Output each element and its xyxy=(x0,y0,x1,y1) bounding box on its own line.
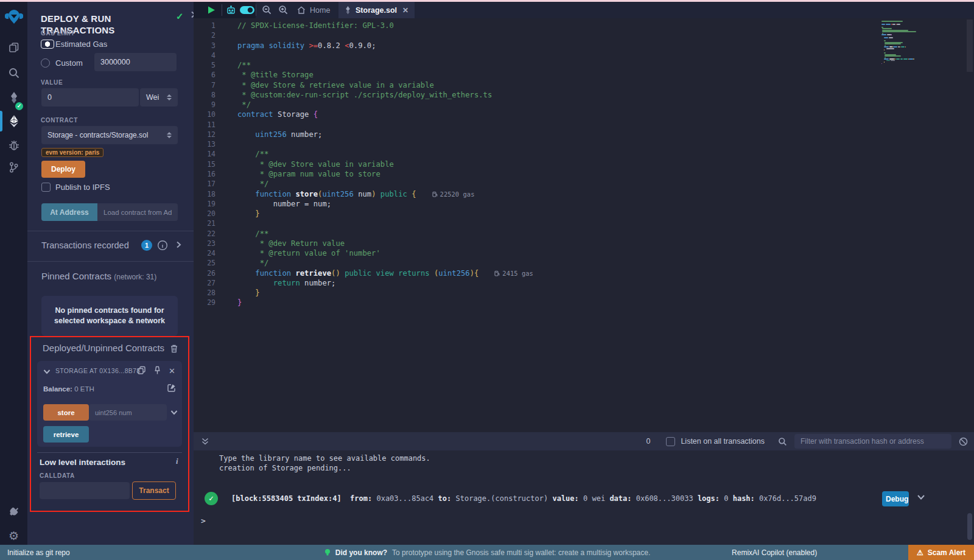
listen-all-checkbox[interactable] xyxy=(666,437,675,446)
gas-limit-label: GAS LIMIT xyxy=(41,30,75,37)
copy-icon[interactable] xyxy=(137,366,146,375)
file-explorer-icon[interactable] xyxy=(0,37,27,58)
gas-estimate-annotation: 22520 gas xyxy=(432,189,475,199)
scam-alert-button[interactable]: ⚠ Scam Alert xyxy=(908,545,974,560)
pinned-title-text: Pinned Contracts xyxy=(41,271,111,281)
code-line: 4 xyxy=(194,51,974,60)
expand-tx-chevron-icon[interactable] xyxy=(917,494,925,500)
terminal-line: Type the library name to see available c… xyxy=(194,450,974,464)
code-line: 19 number = num; xyxy=(194,199,974,209)
custom-gas-radio[interactable] xyxy=(41,58,50,68)
code-editor[interactable]: 1// SPDX-License-Identifier: GPL-3.023pr… xyxy=(194,18,974,432)
store-function-button[interactable]: store xyxy=(43,404,89,421)
deploy-button[interactable]: Deploy xyxy=(41,161,85,178)
info-icon[interactable] xyxy=(157,240,168,251)
debugger-icon[interactable] xyxy=(0,135,27,155)
editor-scrollbar[interactable] xyxy=(967,19,973,72)
contract-label: CONTRACT xyxy=(41,117,78,124)
at-address-input[interactable] xyxy=(97,203,178,221)
copilot-toggle-icon[interactable] xyxy=(240,6,254,14)
solidity-compiler-icon[interactable]: ✓ xyxy=(0,88,27,108)
collapse-chevron-icon[interactable] xyxy=(43,369,51,374)
ai-assistant-robot-icon[interactable] xyxy=(226,5,236,15)
transactions-count-badge: 1 xyxy=(141,240,152,251)
tab-storage-sol[interactable]: Storage.sol ✕ xyxy=(338,2,415,18)
evm-version-badge: evm version: paris xyxy=(41,148,103,157)
remix-ide-window: ✓ ⚙ DEPLOY & RUN TRANSACTIONS ✓ GAS LIMI… xyxy=(0,0,974,560)
transactions-recorded-label: Transactions recorded xyxy=(41,240,129,250)
contract-select[interactable]: Storage - contracts/Storage.sol xyxy=(41,126,178,144)
close-icon[interactable]: ✕ xyxy=(169,366,175,376)
estimated-gas-radio[interactable] xyxy=(41,40,54,49)
close-tab-icon[interactable]: ✕ xyxy=(402,6,408,15)
pinned-network: (network: 31) xyxy=(114,273,156,281)
terminal[interactable]: Type the library name to see available c… xyxy=(194,450,974,545)
code-line: 24 * @return value of 'number' xyxy=(194,248,974,258)
settings-gear-icon[interactable]: ⚙ xyxy=(0,525,27,546)
zoom-in-icon[interactable] xyxy=(278,5,289,15)
publish-ipfs-checkbox[interactable] xyxy=(41,183,51,192)
edit-icon[interactable] xyxy=(167,383,176,392)
deployed-title: Deployed/Unpinned Contracts xyxy=(43,343,164,353)
listen-all-label: Listen on all transactions xyxy=(681,437,765,446)
code-line: 28 } xyxy=(194,288,974,298)
expand-args-chevron-icon[interactable] xyxy=(170,410,178,415)
value-unit: Wei xyxy=(146,93,159,102)
code-line: 23 * @dev Return value xyxy=(194,239,974,248)
code-line: 10contract Storage { xyxy=(194,110,974,119)
did-you-know-tip: Did you know? To prototype using the Gno… xyxy=(324,548,651,557)
pin-icon[interactable] xyxy=(153,366,161,375)
lightbulb-icon xyxy=(324,548,331,557)
low-level-info-icon[interactable]: i xyxy=(176,457,178,466)
terminal-filter-input[interactable] xyxy=(794,434,951,449)
value-unit-select[interactable]: Wei xyxy=(140,88,178,107)
custom-gas-input[interactable] xyxy=(94,53,177,71)
clear-console-icon[interactable] xyxy=(959,437,968,446)
debug-button[interactable]: Debug xyxy=(882,491,909,506)
copilot-status[interactable]: RemixAI Copilot (enabled) xyxy=(732,548,817,557)
value-input[interactable] xyxy=(41,88,139,107)
run-script-play-icon[interactable] xyxy=(207,5,215,15)
tab-home[interactable]: Home xyxy=(291,2,336,18)
zoom-out-icon[interactable] xyxy=(262,5,272,15)
no-pinned-card: No pinned contracts found forselected wo… xyxy=(41,296,178,336)
trash-icon[interactable] xyxy=(170,344,178,353)
code-line: 12 uint256 number; xyxy=(194,130,974,139)
code-line: 11 xyxy=(194,120,974,130)
store-arg-input[interactable] xyxy=(89,404,167,421)
terminal-scrollbar[interactable] xyxy=(967,513,972,540)
retrieve-function-button[interactable]: retrieve xyxy=(43,426,89,443)
warning-icon: ⚠ xyxy=(917,548,923,557)
transaction-log-row[interactable]: ✓ [block:5583405 txIndex:4] from: 0xa03.… xyxy=(194,488,974,509)
code-line: 18 function store(uint256 num) public {2… xyxy=(194,189,974,199)
calldata-input[interactable] xyxy=(40,482,130,499)
custom-gas-label: Custom xyxy=(55,58,83,68)
git-init-button[interactable]: Initialize as git repo xyxy=(7,548,70,557)
code-line: 16 * @param num value to store xyxy=(194,169,974,179)
git-icon[interactable] xyxy=(0,157,27,178)
terminal-prompt: > xyxy=(201,516,206,525)
code-line: 13 xyxy=(194,139,974,149)
code-line: 1// SPDX-License-Identifier: GPL-3.0 xyxy=(194,21,974,30)
search-icon[interactable] xyxy=(0,63,27,83)
code-line: 6 * @title Storage xyxy=(194,70,974,80)
remix-logo-icon[interactable] xyxy=(0,5,27,28)
transact-button[interactable]: Transact xyxy=(132,481,176,500)
terminal-search-icon[interactable] xyxy=(778,437,787,446)
low-level-label: Low level interactions xyxy=(40,458,125,467)
editor-minimap[interactable] xyxy=(881,21,930,65)
plugin-manager-icon[interactable] xyxy=(0,501,27,522)
collapse-terminal-icon[interactable] xyxy=(201,438,209,446)
activity-rail: ✓ ⚙ xyxy=(0,2,27,545)
code-line: 25 */ xyxy=(194,258,974,268)
chevron-right-icon[interactable] xyxy=(175,240,182,249)
code-line: 5/** xyxy=(194,60,974,70)
deploy-run-icon[interactable] xyxy=(0,111,27,131)
code-line: 14 /** xyxy=(194,149,974,159)
contract-instance-header[interactable]: STORAGE AT 0X136...8B78 xyxy=(55,367,140,374)
contract-selected: Storage - contracts/Storage.sol xyxy=(47,131,148,139)
code-line: 15 * @dev Store value in variable xyxy=(194,159,974,169)
tab-storage-label: Storage.sol xyxy=(356,6,397,15)
env-ok-check-icon: ✓ xyxy=(176,11,184,22)
at-address-button[interactable]: At Address xyxy=(41,203,97,221)
